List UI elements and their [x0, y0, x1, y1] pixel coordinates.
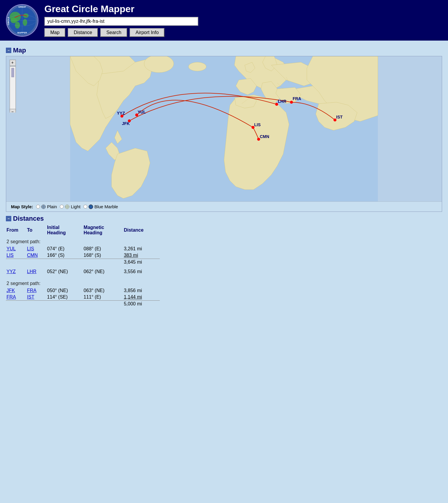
- distances-section-title: Distances: [13, 215, 44, 222]
- distance-button[interactable]: Distance: [68, 28, 98, 37]
- subtotal-row-1: 3,645 mi: [6, 259, 160, 266]
- segment-path-2-label: 2 segment path:: [6, 278, 160, 287]
- segment-path-1-label: 2 segment path:: [6, 236, 160, 246]
- airport-ist-label: IST: [336, 115, 343, 119]
- airport-link-jfk[interactable]: JFK: [7, 288, 15, 293]
- airport-link-yul[interactable]: YUL: [7, 246, 16, 251]
- init-heading-yyz-lhr: 052° (NE): [46, 268, 83, 275]
- route-row-yyz-lhr: YYZ LHR 052° (NE) 062° (NE) 3,556 mi: [6, 268, 160, 275]
- map-button[interactable]: Map: [44, 28, 65, 37]
- airport-link-yyz[interactable]: YYZ: [7, 269, 16, 274]
- map-section: − Map + −: [6, 47, 442, 212]
- airport-link-lis[interactable]: LIS: [27, 246, 34, 251]
- mag-heading-yul-lis: 088° (E): [83, 246, 123, 252]
- svg-point-22: [188, 62, 206, 71]
- globe-light-icon: [65, 204, 70, 209]
- distances-collapse-button[interactable]: −: [6, 216, 11, 221]
- segment-1-description: 2 segment path:: [7, 237, 156, 245]
- distance-fra-ist-underline: 1,144 mi: [124, 294, 142, 299]
- mag-heading-lis-cmn: 168° (S): [83, 252, 123, 259]
- style-bluemarble-label: Blue Marble: [94, 204, 118, 209]
- distance-jfk-fra: 3,856 mi: [123, 287, 160, 294]
- globe-plain-icon: [41, 204, 46, 209]
- subtotal-row-2: 5,000 mi: [6, 301, 160, 307]
- airport-link-cmn[interactable]: CMN: [27, 253, 38, 258]
- style-light-radio[interactable]: [60, 205, 64, 209]
- map-collapse-button[interactable]: −: [6, 48, 11, 53]
- map-zoom-control: + −: [9, 59, 16, 114]
- map-svg: YYZ YUL JFK LIS CMN LHR: [6, 56, 442, 201]
- airport-lhr-label: LHR: [278, 99, 286, 104]
- route-row-yul-lis: YUL LIS 074° (E) 088° (E) 3,261 mi: [6, 246, 160, 252]
- airport-jfk-label: JFK: [122, 121, 130, 126]
- airport-fra-label: FRA: [293, 96, 301, 101]
- svg-text:GREAT: GREAT: [18, 6, 26, 8]
- svg-point-5: [23, 19, 27, 26]
- map-style-label: Map Style:: [11, 204, 33, 209]
- airport-cmn-label: CMN: [260, 134, 269, 139]
- airport-fra-dot: [290, 101, 293, 104]
- map-display: + −: [6, 56, 442, 201]
- style-plain-radio[interactable]: [36, 205, 40, 209]
- airport-link-fra2[interactable]: FRA: [7, 294, 16, 299]
- app-logo: GREAT MAPPER CIRCLE: [6, 4, 38, 37]
- app-header: GREAT MAPPER CIRCLE Great Circle Mapper …: [0, 0, 448, 41]
- style-bluemarble-option[interactable]: Blue Marble: [83, 204, 118, 209]
- init-heading-yul-lis: 074° (E): [46, 246, 83, 252]
- route-row-jfk-fra: JFK FRA 050° (NE) 063° (NE) 3,856 mi: [6, 287, 160, 294]
- route-input[interactable]: [44, 17, 198, 26]
- airport-link-ist[interactable]: IST: [27, 294, 34, 299]
- distance-fra-ist: 1,144 mi: [123, 294, 160, 301]
- distances-section: − Distances From To InitialHeading Magne…: [6, 215, 442, 307]
- distance-yyz-lhr: 3,556 mi: [123, 268, 160, 275]
- style-plain-label: Plain: [47, 204, 57, 209]
- distances-table: From To InitialHeading MagneticHeading D…: [6, 224, 160, 307]
- map-section-header: − Map: [6, 47, 442, 54]
- style-light-option[interactable]: Light: [60, 204, 80, 209]
- header-content: Great Circle Mapper Map Distance Search …: [44, 4, 198, 37]
- style-light-label: Light: [71, 204, 80, 209]
- col-header-initial: InitialHeading: [46, 224, 83, 236]
- style-bluemarble-radio[interactable]: [83, 205, 87, 209]
- globe-marble-icon: [88, 204, 93, 209]
- distance-lis-cmn: 383 mi: [123, 252, 160, 259]
- svg-text:+: +: [11, 60, 14, 65]
- route-row-lis-cmn: LIS CMN 166° (S) 168° (S) 383 mi: [6, 252, 160, 259]
- style-plain-option[interactable]: Plain: [36, 204, 57, 209]
- mag-heading-yyz-lhr: 062° (NE): [83, 268, 123, 275]
- svg-point-6: [15, 22, 20, 28]
- airport-lis-label: LIS: [254, 122, 261, 127]
- airport-link-lis2[interactable]: LIS: [7, 253, 14, 258]
- col-header-magnetic: MagneticHeading: [83, 224, 123, 236]
- spacer-1: [6, 265, 160, 268]
- col-header-distance: Distance: [123, 224, 160, 236]
- map-style-bar: Map Style: Plain: [6, 201, 442, 212]
- mag-heading-fra-ist: 111° (E): [83, 294, 123, 301]
- svg-rect-17: [12, 68, 14, 77]
- mag-heading-jfk-fra: 063° (NE): [83, 287, 123, 294]
- main-content: − Map + −: [0, 41, 448, 310]
- airport-link-fra[interactable]: FRA: [27, 288, 36, 293]
- total-2: 5,000 mi: [123, 301, 160, 307]
- init-heading-lis-cmn: 166° (S): [46, 252, 83, 259]
- init-heading-fra-ist: 114° (SE): [46, 294, 83, 301]
- search-button[interactable]: Search: [100, 28, 127, 37]
- nav-buttons: Map Distance Search Airport Info: [44, 28, 198, 37]
- segment-2-description: 2 segment path:: [7, 278, 156, 287]
- airport-yul-label: YUL: [138, 110, 146, 114]
- map-section-title: Map: [13, 47, 26, 54]
- svg-text:CIRCLE: CIRCLE: [7, 17, 10, 25]
- col-header-from: From: [6, 224, 26, 236]
- airport-info-button[interactable]: Airport Info: [130, 28, 165, 37]
- col-header-to: To: [26, 224, 46, 236]
- distances-section-header: − Distances: [6, 215, 442, 222]
- airport-yyz-label: YYZ: [117, 111, 125, 116]
- map-container: + −: [6, 56, 442, 212]
- distance-lis-cmn-underline: 383 mi: [124, 253, 138, 258]
- app-title: Great Circle Mapper: [44, 4, 198, 15]
- svg-text:−: −: [11, 109, 14, 113]
- init-heading-jfk-fra: 050° (NE): [46, 287, 83, 294]
- airport-link-lhr[interactable]: LHR: [27, 269, 36, 274]
- total-1: 3,645 mi: [123, 259, 160, 266]
- route-row-fra-ist: FRA IST 114° (SE) 111° (E) 1,144 mi: [6, 294, 160, 301]
